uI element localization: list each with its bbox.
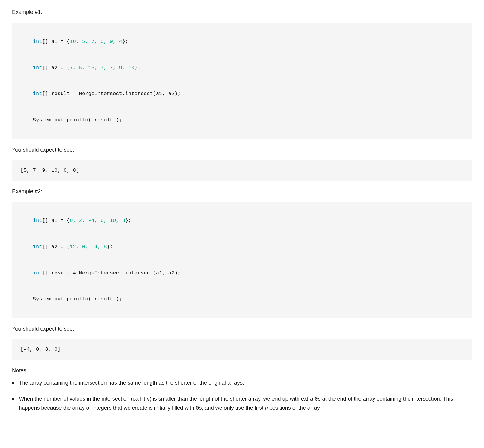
code-nums-1b: 7, 5, 15, 7, 7, 9, 10 (70, 65, 134, 71)
code-nums-2b: 12, 0, -4, 8 (70, 244, 107, 250)
note2-part5: positions of the array. (268, 405, 321, 411)
example2-expect-label: You should expect to see: (12, 326, 472, 332)
note-item-2: ■ When the number of values in the inter… (12, 395, 472, 413)
code-end-1a: }; (122, 39, 128, 44)
notes-section: Notes: ■ The array containing the inters… (12, 367, 472, 412)
code-bracket-1b: [] (42, 65, 48, 71)
note2-part4: s, and we only use the first (199, 405, 265, 411)
example1-output-block: [5, 7, 9, 10, 0, 0] (12, 160, 472, 181)
note2-italic1: n (147, 396, 150, 402)
code-text-2d: System.out.println( result ); (33, 296, 122, 302)
note-text-2: When the number of values in the interse… (19, 395, 472, 413)
note-text-1: The array containing the intersection ha… (19, 379, 472, 387)
example1-expect-label: You should expect to see: (12, 147, 472, 153)
code-end-2a: }; (125, 218, 131, 223)
code-bracket-1c: [] (42, 91, 48, 97)
code-keyword-type-1b: int (33, 65, 42, 71)
code-text-1d: System.out.println( result ); (33, 117, 122, 123)
example2-output: [-4, 0, 8, 0] (21, 345, 463, 354)
note-bullet-1: ■ (12, 379, 14, 386)
code-keyword-type-2c: int (33, 270, 42, 276)
code-end-1b: }; (135, 65, 141, 71)
code-keyword-type-2a: int (33, 218, 42, 223)
note-item-1: ■ The array containing the intersection … (12, 379, 472, 387)
example1-label: Example #1: (12, 9, 472, 15)
code-nums-2a: 0, 2, -4, 6, 10, 8 (70, 218, 125, 223)
code-keyword-type-1a: int (33, 39, 42, 44)
code-text-2a: a1 = { (48, 218, 70, 223)
example1-code-block: int[] a1 = {10, 5, 7, 5, 9, 4}; int[] a2… (12, 23, 472, 139)
code-text-1b: a2 = { (48, 65, 70, 71)
code-text-1a: a1 = { (48, 39, 70, 44)
code-keyword-type-1c: int (33, 91, 42, 97)
code-text-2b: a2 = { (48, 244, 70, 250)
note2-part1: When the number of values in the interse… (19, 396, 146, 402)
code-bracket-1a: [] (42, 39, 48, 44)
code-text-1c: result = MergeIntersect.intersect(a1, a2… (48, 91, 181, 97)
code-bracket-2c: [] (42, 270, 48, 276)
notes-label: Notes: (12, 367, 472, 374)
note2-italic2: n (265, 405, 268, 411)
example2-label: Example #2: (12, 188, 472, 195)
code-end-2b: }; (107, 244, 113, 250)
code-keyword-type-2b: int (33, 244, 42, 250)
code-bracket-2b: [] (42, 244, 48, 250)
note2-part2: ) is smaller than the length of the shor… (150, 396, 315, 402)
note2-code2: 0 (196, 405, 199, 411)
note2-code1: 0 (315, 396, 318, 402)
code-bracket-2a: [] (42, 218, 48, 223)
example2-code-block: int[] a1 = {0, 2, -4, 6, 10, 8}; int[] a… (12, 202, 472, 319)
example2-output-block: [-4, 0, 8, 0] (12, 339, 472, 360)
code-nums-1a: 10, 5, 7, 5, 9, 4 (70, 39, 122, 44)
example1-output: [5, 7, 9, 10, 0, 0] (21, 166, 463, 175)
code-text-2c: result = MergeIntersect.intersect(a1, a2… (48, 270, 181, 276)
note-bullet-2: ■ (12, 395, 14, 402)
